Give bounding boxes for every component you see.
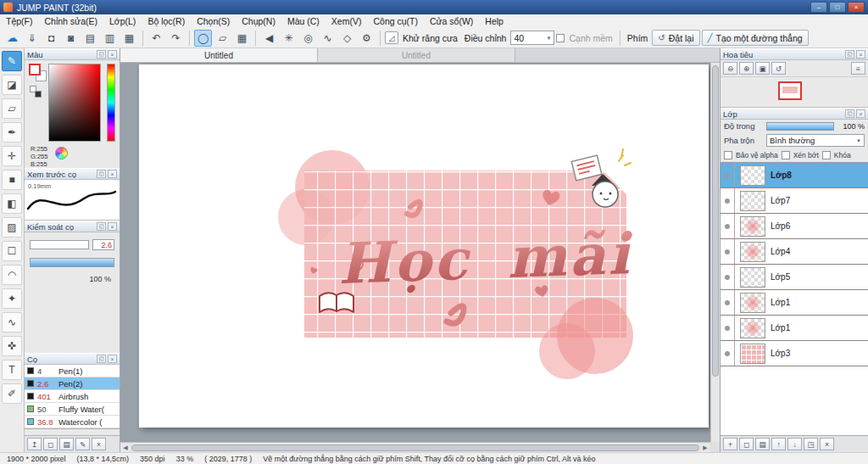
pen-tool[interactable]: ✒: [2, 122, 22, 143]
brush-item-selected[interactable]: 2.6 Pen(2): [25, 377, 120, 390]
curve-tool[interactable]: ∿: [2, 312, 22, 333]
duplicate-layer-icon[interactable]: ◻: [739, 438, 754, 450]
soft-edge-checkbox[interactable]: [556, 34, 565, 42]
eraser-tool[interactable]: ◪: [2, 75, 22, 95]
navigator-thumbnail[interactable]: [778, 81, 802, 100]
layer-visibility-toggle[interactable]: [721, 316, 735, 340]
layer-visibility-toggle[interactable]: [721, 188, 735, 213]
reset-color-swatch[interactable]: [35, 91, 42, 98]
polygon-tool-icon[interactable]: ▱: [214, 30, 231, 47]
snap-curve-icon[interactable]: ∿: [319, 30, 337, 47]
close-button[interactable]: ×: [848, 2, 865, 13]
stamp-tool[interactable]: ▱: [2, 98, 22, 119]
popout-icon[interactable]: ◱: [97, 222, 106, 231]
snap-radial-icon[interactable]: ◎: [299, 30, 317, 47]
magic-wand-tool[interactable]: ✦: [2, 288, 22, 309]
move-tool[interactable]: ✛: [2, 146, 22, 166]
protect-alpha-checkbox[interactable]: [724, 151, 732, 159]
layer-visibility-toggle[interactable]: [721, 265, 735, 289]
layer-opacity-slider[interactable]: [766, 122, 834, 131]
menu-window[interactable]: Cửa sổ(W): [424, 14, 479, 28]
brush-item[interactable]: 36.8 Watercolor (: [25, 416, 120, 428]
shape-tool[interactable]: ■: [2, 170, 22, 190]
layer-row[interactable]: Lớp1: [721, 290, 868, 316]
snap-off-icon[interactable]: ◀: [260, 30, 278, 47]
menu-edit[interactable]: Chỉnh sửa(E): [39, 14, 103, 28]
reset-button[interactable]: ↺ Đặt lại: [652, 30, 699, 46]
scroll-right-icon[interactable]: ▶: [700, 444, 710, 451]
save-icon[interactable]: ⇓: [23, 30, 41, 47]
adjust-input[interactable]: 40 ▼: [510, 31, 554, 45]
draw-line-button[interactable]: ╱ Tạo một đường thẳng: [702, 30, 809, 46]
vertical-scrollbar[interactable]: [710, 63, 720, 442]
brush-size-slider[interactable]: [30, 240, 89, 249]
rotate-view-icon[interactable]: ↺: [771, 62, 786, 75]
tab-document-1[interactable]: Untitled: [120, 48, 318, 62]
layer-row[interactable]: Lớp6: [721, 214, 868, 239]
delete-brush-icon[interactable]: ×: [92, 438, 106, 450]
close-icon[interactable]: ×: [108, 50, 117, 59]
close-icon[interactable]: ×: [108, 170, 117, 178]
add-brush-icon[interactable]: ◻: [43, 438, 58, 450]
menu-capture[interactable]: Chụp(N): [236, 14, 281, 28]
edit-brush-icon[interactable]: ✎: [75, 438, 90, 450]
close-icon[interactable]: ×: [856, 109, 865, 118]
delete-layer-icon[interactable]: ×: [820, 438, 834, 450]
text-tool[interactable]: T: [2, 360, 22, 380]
layer-folder-icon[interactable]: ▤: [755, 438, 770, 450]
operation-tool[interactable]: ✜: [2, 336, 22, 356]
antialias-icon[interactable]: ◿: [385, 31, 398, 44]
close-icon[interactable]: ×: [108, 222, 117, 231]
add-layer-icon[interactable]: +: [723, 438, 737, 450]
close-icon[interactable]: ×: [856, 50, 865, 59]
menu-select[interactable]: Chọn(S): [191, 14, 236, 28]
menu-color[interactable]: Màu (C): [281, 14, 326, 28]
popout-icon[interactable]: ◱: [97, 50, 106, 59]
cloud-icon[interactable]: ☁: [3, 30, 21, 47]
grid-tool-icon[interactable]: ▦: [233, 30, 251, 47]
popout-icon[interactable]: ◱: [97, 170, 106, 178]
brush-item[interactable]: 4 Pen(1): [25, 365, 120, 377]
layer-row[interactable]: Lớp5: [721, 265, 868, 290]
canvas[interactable]: Học mãi: [139, 64, 709, 428]
material-grid-icon[interactable]: ▦: [120, 30, 138, 47]
snap-parallel-icon[interactable]: ✳: [280, 30, 298, 47]
layer-row[interactable]: Lớp3: [721, 341, 868, 366]
layer-visibility-toggle[interactable]: [721, 214, 735, 238]
layer-row[interactable]: Lớp1: [721, 316, 868, 341]
saturation-value-picker[interactable]: [48, 64, 101, 142]
layer-visibility-toggle[interactable]: [721, 239, 735, 264]
menu-help[interactable]: Help: [479, 14, 509, 28]
ellipse-tool-icon[interactable]: ◯: [194, 30, 212, 47]
layer-visibility-toggle[interactable]: [721, 341, 735, 366]
zoom-fit-icon[interactable]: ▣: [755, 62, 770, 75]
layer-visibility-toggle[interactable]: [721, 290, 735, 315]
brush-tool[interactable]: ✎: [2, 51, 22, 71]
redo-icon[interactable]: ↷: [167, 30, 185, 47]
brush-item[interactable]: 50 Fluffy Water(: [25, 403, 120, 416]
brush-size-value[interactable]: 2.6: [92, 239, 114, 250]
blend-mode-select[interactable]: Bình thường ▼: [766, 134, 865, 147]
gallery-icon[interactable]: ◙: [62, 30, 80, 47]
palette-icon[interactable]: [55, 147, 68, 159]
merge-layer-icon[interactable]: ◳: [804, 438, 818, 450]
lasso-tool[interactable]: ◠: [2, 265, 22, 285]
minimize-button[interactable]: –: [810, 2, 827, 13]
vertical-scroll-thumb[interactable]: [712, 65, 719, 377]
panel-layout-icon[interactable]: ▤: [81, 30, 99, 47]
maximize-button[interactable]: □: [829, 2, 846, 13]
snap-settings-icon[interactable]: ⚙: [358, 30, 376, 47]
zoom-out-icon[interactable]: ⊖: [723, 62, 737, 75]
bucket-tool[interactable]: ◧: [2, 193, 22, 214]
menu-filter[interactable]: Bộ lọc(R): [142, 14, 191, 28]
select-tool[interactable]: ☐: [2, 241, 22, 261]
move-layer-down-icon[interactable]: ↓: [787, 438, 802, 450]
brush-folder-icon[interactable]: ▤: [59, 438, 74, 450]
close-icon[interactable]: ×: [108, 355, 117, 363]
canvas-viewport[interactable]: Học mãi: [120, 63, 710, 442]
navigator-menu-icon[interactable]: ≡: [851, 62, 865, 75]
foreground-color-swatch[interactable]: [29, 64, 41, 75]
hue-slider[interactable]: [107, 64, 115, 142]
zoom-in-icon[interactable]: ⊕: [739, 62, 754, 75]
menu-layer[interactable]: Lớp(L): [103, 14, 142, 28]
